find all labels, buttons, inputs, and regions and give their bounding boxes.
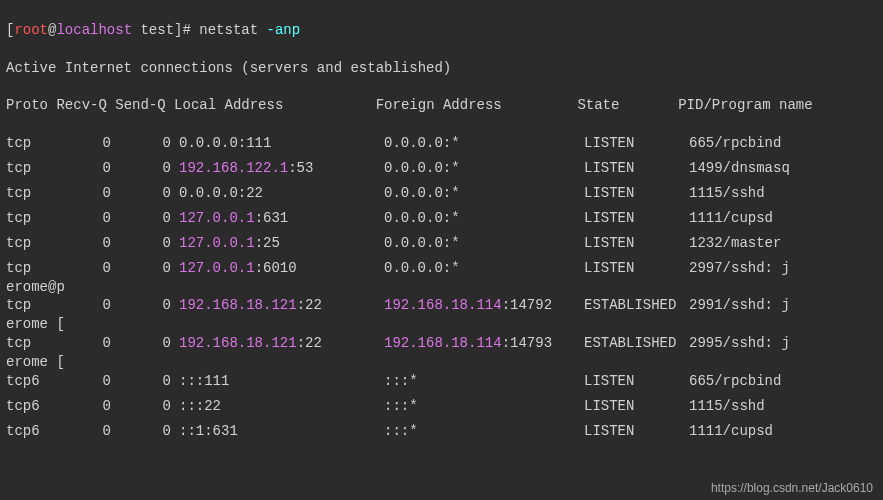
prompt-line: [root@localhost test]# netstat -anp — [6, 21, 877, 40]
local-port: :::22 — [179, 398, 221, 414]
foreign-port: :::* — [384, 373, 418, 389]
cell-foreign-address: :::* — [384, 397, 584, 416]
cell-sendq: 0 — [111, 209, 179, 228]
cell-pid-program: 2995/sshd: j — [689, 334, 790, 353]
foreign-port: 0.0.0.0:* — [384, 185, 460, 201]
cell-state: ESTABLISHED — [584, 334, 689, 353]
cell-proto: tcp — [6, 159, 56, 178]
table-row-continuation: erome [ — [6, 353, 877, 372]
table-row: tcp600:::22:::*LISTEN1115/sshd — [6, 397, 877, 416]
terminal-output[interactable]: [root@localhost test]# netstat -anp Acti… — [0, 0, 883, 462]
hdr-foreign: Foreign Address — [376, 97, 502, 113]
cell-foreign-address: 192.168.18.114:14792 — [384, 296, 584, 315]
cell-pid-program: 1115/sshd — [689, 184, 765, 203]
cell-state: LISTEN — [584, 234, 689, 253]
table-row: tcp00127.0.0.1:250.0.0.0:*LISTEN1232/mas… — [6, 234, 877, 253]
cell-foreign-address: 0.0.0.0:* — [384, 234, 584, 253]
local-port: 0.0.0.0:22 — [179, 185, 263, 201]
local-ip: 192.168.122.1 — [179, 160, 288, 176]
foreign-port: :::* — [384, 398, 418, 414]
cell-recvq: 0 — [56, 184, 111, 203]
table-row: tcp00192.168.18.121:22192.168.18.114:147… — [6, 334, 877, 353]
cell-foreign-address: :::* — [384, 372, 584, 391]
cell-sendq: 0 — [111, 422, 179, 441]
cell-local-address: :::111 — [179, 372, 384, 391]
table-row: tcp00192.168.122.1:530.0.0.0:*LISTEN1499… — [6, 159, 877, 178]
table-row: tcp00127.0.0.1:60100.0.0.0:*LISTEN2997/s… — [6, 259, 877, 278]
cell-local-address: 127.0.0.1:631 — [179, 209, 384, 228]
foreign-port: 0.0.0.0:* — [384, 260, 460, 276]
local-port: 0.0.0.0:111 — [179, 135, 271, 151]
cell-recvq: 0 — [56, 422, 111, 441]
local-ip: 127.0.0.1 — [179, 260, 255, 276]
cell-state: LISTEN — [584, 422, 689, 441]
cell-sendq: 0 — [111, 296, 179, 315]
cell-foreign-address: 0.0.0.0:* — [384, 209, 584, 228]
cell-local-address: 127.0.0.1:25 — [179, 234, 384, 253]
cell-proto: tcp6 — [6, 397, 56, 416]
cell-foreign-address: 0.0.0.0:* — [384, 159, 584, 178]
cell-proto: tcp6 — [6, 422, 56, 441]
cell-recvq: 0 — [56, 372, 111, 391]
cell-recvq: 0 — [56, 234, 111, 253]
cell-local-address: 192.168.18.121:22 — [179, 334, 384, 353]
table-row: tcp000.0.0.0:220.0.0.0:*LISTEN1115/sshd — [6, 184, 877, 203]
cell-proto: tcp — [6, 209, 56, 228]
cell-sendq: 0 — [111, 134, 179, 153]
cell-sendq: 0 — [111, 372, 179, 391]
cell-pid-program: 1111/cupsd — [689, 422, 773, 441]
local-port: :::111 — [179, 373, 229, 389]
cell-proto: tcp6 — [6, 372, 56, 391]
cell-sendq: 0 — [111, 334, 179, 353]
prompt-user: root — [14, 22, 48, 38]
table-header: Proto Recv-Q Send-Q Local Address Foreig… — [6, 96, 877, 115]
cell-state: LISTEN — [584, 259, 689, 278]
cell-state: LISTEN — [584, 372, 689, 391]
cell-recvq: 0 — [56, 259, 111, 278]
table-row: tcp00192.168.18.121:22192.168.18.114:147… — [6, 296, 877, 315]
foreign-port: :::* — [384, 423, 418, 439]
foreign-port: 0.0.0.0:* — [384, 210, 460, 226]
cell-pid-program: 665/rpcbind — [689, 134, 781, 153]
table-body: tcp000.0.0.0:1110.0.0.0:*LISTEN665/rpcbi… — [6, 134, 877, 440]
cell-foreign-address: 0.0.0.0:* — [384, 134, 584, 153]
cell-foreign-address: 0.0.0.0:* — [384, 184, 584, 203]
cell-proto: tcp — [6, 134, 56, 153]
cell-state: LISTEN — [584, 134, 689, 153]
local-port: :6010 — [255, 260, 297, 276]
cell-recvq: 0 — [56, 397, 111, 416]
table-row: tcp600::1:631:::*LISTEN1111/cupsd — [6, 422, 877, 441]
cell-sendq: 0 — [111, 159, 179, 178]
cell-proto: tcp — [6, 184, 56, 203]
cell-pid-program: 1111/cupsd — [689, 209, 773, 228]
foreign-ip: 192.168.18.114 — [384, 297, 502, 313]
cell-sendq: 0 — [111, 234, 179, 253]
cell-recvq: 0 — [56, 159, 111, 178]
command-flag: -anp — [267, 22, 301, 38]
watermark-text: https://blog.csdn.net/Jack0610 — [711, 480, 873, 496]
cell-state: LISTEN — [584, 184, 689, 203]
hdr-state: State — [577, 97, 619, 113]
foreign-port: 0.0.0.0:* — [384, 160, 460, 176]
cell-proto: tcp — [6, 296, 56, 315]
local-port: :25 — [255, 235, 280, 251]
cell-state: ESTABLISHED — [584, 296, 689, 315]
hdr-recvq: Recv-Q — [56, 97, 106, 113]
cell-foreign-address: 192.168.18.114:14793 — [384, 334, 584, 353]
local-port: ::1:631 — [179, 423, 238, 439]
cell-recvq: 0 — [56, 134, 111, 153]
local-port: :631 — [255, 210, 289, 226]
foreign-ip: 192.168.18.114 — [384, 335, 502, 351]
prompt-close: ]# — [174, 22, 199, 38]
cell-pid-program: 1115/sshd — [689, 397, 765, 416]
table-row: tcp000.0.0.0:1110.0.0.0:*LISTEN665/rpcbi… — [6, 134, 877, 153]
foreign-port: :14793 — [502, 335, 552, 351]
cell-foreign-address: 0.0.0.0:* — [384, 259, 584, 278]
cell-pid-program: 2991/sshd: j — [689, 296, 790, 315]
local-ip: 192.168.18.121 — [179, 297, 297, 313]
local-port: :22 — [297, 297, 322, 313]
cell-foreign-address: :::* — [384, 422, 584, 441]
cell-local-address: 192.168.122.1:53 — [179, 159, 384, 178]
cell-local-address: 127.0.0.1:6010 — [179, 259, 384, 278]
cell-local-address: 192.168.18.121:22 — [179, 296, 384, 315]
